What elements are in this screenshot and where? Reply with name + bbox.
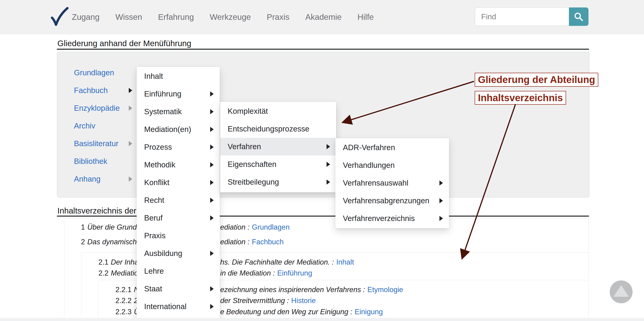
toc-number: 2.2 bbox=[98, 269, 108, 277]
sidebar-item[interactable]: Anhang bbox=[74, 170, 132, 188]
menu-item[interactable]: Mediation(en) bbox=[137, 120, 220, 138]
menu-item[interactable]: Methodik bbox=[137, 156, 220, 174]
toc-link[interactable]: Grundlagen bbox=[252, 223, 290, 231]
nav-item[interactable]: Akademie bbox=[305, 12, 342, 22]
menu-item[interactable]: Staat bbox=[137, 280, 220, 298]
menu-item[interactable]: Inhalt bbox=[137, 67, 220, 85]
menu-item[interactable]: Praxis bbox=[137, 227, 220, 245]
submenu-arrow-icon bbox=[210, 91, 214, 96]
scroll-to-top-button[interactable] bbox=[610, 281, 632, 303]
menu-item[interactable]: Verfahrensabgrenzungen bbox=[336, 192, 449, 210]
menu-item[interactable]: Verfahrenverzeichnis bbox=[336, 210, 449, 227]
up-triangle-icon bbox=[614, 285, 629, 297]
menu-item-label: Konflikt bbox=[144, 178, 169, 187]
top-navigation-bar: Zugang Wissen Erfahrung Werkzeuge Praxis… bbox=[0, 0, 644, 34]
nav-item[interactable]: Zugang bbox=[72, 12, 100, 22]
submenu-arrow-icon bbox=[210, 109, 214, 114]
toc-link[interactable]: Fachbuch bbox=[252, 238, 284, 246]
menu-item[interactable]: Konflikt bbox=[137, 174, 220, 191]
toc-number: 2.2.1 bbox=[116, 286, 132, 294]
section1-title: Gliederung anhand der Menüführung bbox=[58, 39, 191, 48]
menu-item[interactable]: Eigenschaften bbox=[220, 155, 336, 173]
main-nav: Zugang Wissen Erfahrung Werkzeuge Praxis… bbox=[72, 0, 374, 34]
nav-item[interactable]: Werkzeuge bbox=[210, 12, 251, 22]
menu-item-label: International bbox=[144, 302, 186, 311]
sidebar-item[interactable]: Bibliothek bbox=[74, 152, 132, 170]
toc-text-fragment: Mediatio bbox=[111, 269, 138, 277]
toc-text-fragment: ezeichnung eines inspirierenden Verfahre… bbox=[220, 286, 365, 294]
menu-item-label: Ausbildung bbox=[144, 249, 182, 258]
sidebar-item-label: Basisliteratur bbox=[74, 139, 118, 148]
menu-item[interactable]: Verhandlungen bbox=[336, 156, 449, 174]
menu-item-label: Streitbeilegung bbox=[228, 178, 279, 187]
menu-item[interactable]: ADR-Verfahren bbox=[336, 139, 449, 156]
toc-link[interactable]: Etymologie bbox=[367, 286, 403, 294]
submenu-arrow-icon bbox=[440, 216, 443, 221]
menu-item[interactable]: Komplexität bbox=[220, 102, 336, 120]
menu-item[interactable]: Systematik bbox=[137, 103, 220, 120]
submenu-arrow-icon bbox=[210, 286, 214, 291]
sidebar-item[interactable]: Fachbuch bbox=[74, 82, 132, 99]
menu-item[interactable]: Beruf bbox=[137, 209, 220, 227]
menu-item-label: Systematik bbox=[144, 107, 182, 116]
menu-item[interactable]: Recht bbox=[137, 191, 220, 209]
toc-number: 2.1 bbox=[98, 258, 108, 266]
dropdown-menu-level3: ADR-Verfahren Verhandlungen Verfahrensau… bbox=[336, 138, 449, 228]
nav-item[interactable]: Hilfe bbox=[357, 12, 374, 22]
sidebar-item[interactable]: Archiv bbox=[74, 117, 132, 135]
submenu-arrow-icon bbox=[129, 106, 132, 111]
toc-link[interactable]: Einführung bbox=[277, 269, 312, 277]
section2-title: Inhaltsverzeichnis der A bbox=[58, 206, 144, 215]
menu-item-label: Komplexität bbox=[228, 107, 268, 116]
search-icon bbox=[574, 12, 584, 22]
submenu-arrow-icon bbox=[326, 162, 330, 167]
menu-item[interactable]: International bbox=[137, 298, 220, 316]
toc-link[interactable]: Einigung bbox=[354, 308, 383, 316]
sidebar-item[interactable]: Basisliteratur bbox=[74, 135, 132, 152]
menu-item[interactable]: Verfahrensauswahl bbox=[336, 174, 449, 192]
sidebar-item[interactable]: Enzyklopädie bbox=[74, 99, 132, 117]
menu-item[interactable]: Prozess bbox=[137, 138, 220, 156]
menu-item-label: Methodik bbox=[144, 160, 176, 169]
submenu-arrow-icon bbox=[210, 145, 214, 150]
submenu-arrow-icon bbox=[210, 162, 214, 167]
toc-number: 2 bbox=[81, 238, 85, 246]
menu-item-label: Verfahren bbox=[228, 142, 261, 151]
submenu-arrow-icon bbox=[210, 215, 214, 221]
page-bottom-edge bbox=[0, 318, 644, 321]
menu-item-label: Entscheidungsprozesse bbox=[228, 124, 309, 133]
nav-item[interactable]: Erfahrung bbox=[158, 12, 194, 22]
menu-item-label: Verfahrenverzeichnis bbox=[343, 214, 415, 223]
checkmark-logo-icon[interactable] bbox=[50, 6, 69, 27]
sidebar-item-label: Anhang bbox=[74, 175, 100, 183]
annotation-inhaltsverzeichnis: Inhaltsverzeichnis bbox=[475, 91, 566, 105]
nav-item[interactable]: Praxis bbox=[267, 12, 290, 22]
toc-link[interactable]: Inhalt bbox=[336, 258, 354, 266]
submenu-arrow-icon bbox=[326, 144, 330, 149]
annotation-gliederung-der-abteilung: Gliederung der Abteilung bbox=[475, 73, 598, 87]
search-button[interactable] bbox=[569, 7, 588, 26]
menu-item[interactable]: Verfahren bbox=[220, 138, 336, 155]
toc-text-fragment: Der Inhal bbox=[111, 258, 140, 266]
search-group bbox=[475, 7, 588, 26]
menu-item[interactable]: Einführung bbox=[137, 85, 220, 103]
menu-item[interactable]: Streitbeilegung bbox=[220, 173, 336, 191]
sidebar-item-label: Bibliothek bbox=[74, 157, 107, 166]
submenu-arrow-icon bbox=[210, 198, 214, 203]
toc-link[interactable]: Historie bbox=[291, 297, 316, 305]
sidebar-item-label: Enzyklopädie bbox=[74, 104, 120, 113]
menu-item[interactable]: Entscheidungsprozesse bbox=[220, 120, 336, 138]
menu-item-label: Inhalt bbox=[144, 72, 163, 81]
dropdown-menu-level2: Komplexität Entscheidungsprozesse Verfah… bbox=[220, 102, 336, 192]
sidebar-item-label: Grundlagen bbox=[74, 68, 114, 77]
sidebar-item[interactable]: Grundlagen bbox=[74, 64, 132, 82]
toc-text-fragment: in die Mediation : bbox=[220, 269, 275, 277]
menu-item-label: Mediation(en) bbox=[144, 125, 191, 134]
menu-item-label: Verfahrensauswahl bbox=[343, 179, 408, 187]
search-input[interactable] bbox=[475, 7, 576, 26]
menu-item[interactable]: Ausbildung bbox=[137, 245, 220, 262]
menu-item[interactable]: Lehre bbox=[137, 262, 220, 280]
nav-item[interactable]: Wissen bbox=[116, 12, 142, 22]
toc-number: 2.2.3 bbox=[116, 308, 132, 316]
toc-text-fragment: Das dynamische bbox=[87, 238, 141, 246]
